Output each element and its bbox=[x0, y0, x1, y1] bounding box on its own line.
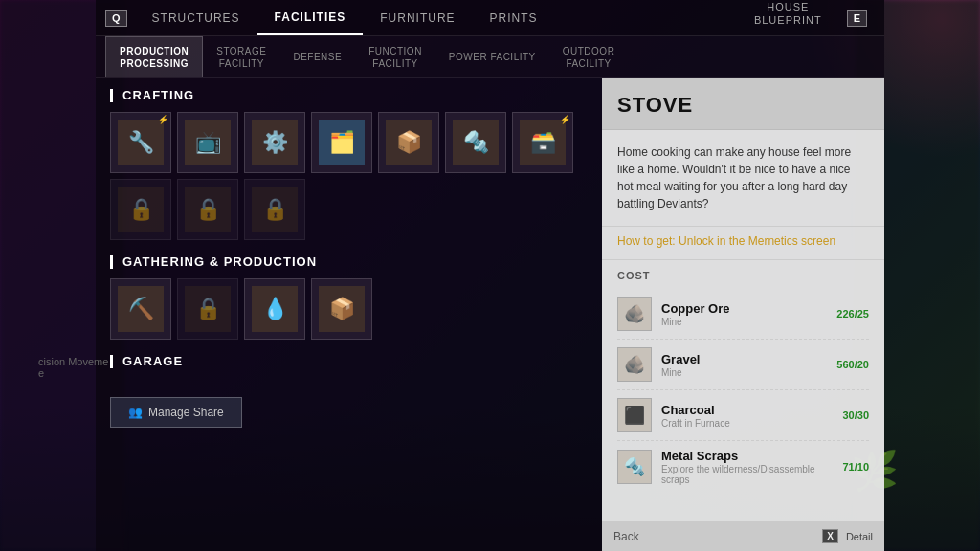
cost-name-3: Metal Scraps bbox=[661, 449, 833, 463]
manage-share-button[interactable]: 👥 Manage Share bbox=[110, 397, 242, 428]
garage-section-header: GARAGE bbox=[110, 354, 588, 368]
gathering-item-2[interactable]: 💧 bbox=[244, 278, 305, 340]
gathering-icon-2: 💧 bbox=[252, 286, 298, 332]
crafting-item-0[interactable]: 🔧 ⚡ bbox=[110, 112, 171, 173]
lightning-badge-0: ⚡ bbox=[158, 115, 168, 124]
cost-name-0: Copper Ore bbox=[661, 301, 827, 316]
how-to-get: How to get: Unlock in the Mernetics scre… bbox=[602, 227, 884, 260]
item-icon-9: 🔒 bbox=[252, 187, 298, 232]
cost-source-2: Craft in Furnace bbox=[661, 418, 833, 429]
e-key-button[interactable]: E bbox=[847, 10, 867, 27]
item-icon-0: 🔧 bbox=[118, 120, 164, 165]
item-icon-1: 📺 bbox=[185, 120, 231, 165]
cost-source-0: Mine bbox=[661, 317, 827, 327]
detail-key-box: X bbox=[822, 529, 838, 543]
item-icon-8: 🔒 bbox=[185, 187, 231, 232]
right-detail-panel: STOVE Home cooking can make any house fe… bbox=[602, 78, 884, 551]
crafting-item-3[interactable]: 🗂️ bbox=[311, 112, 372, 173]
item-icon-5: 🔩 bbox=[453, 120, 499, 165]
nav-house-blueprint[interactable]: HOUSE BLUEPRINT bbox=[737, 0, 839, 35]
cost-name-2: Charcoal bbox=[661, 403, 833, 417]
back-label: Back bbox=[613, 530, 639, 543]
cost-info-2: Charcoal Craft in Furnace bbox=[661, 403, 833, 429]
cost-section: COST 🪨 Copper Ore Mine 226/25 🪨 Gravel M… bbox=[602, 260, 884, 502]
gathering-section-header: GATHERING & PRODUCTION bbox=[110, 254, 588, 269]
cost-amount-0: 226/25 bbox=[836, 308, 869, 320]
cost-amount-1: 560/20 bbox=[836, 359, 869, 370]
item-icon-2: ⚙️ bbox=[252, 120, 298, 165]
left-panel: CRAFTING 🔧 ⚡ 📺 ⚙️ 🗂️ 📦 bbox=[96, 78, 602, 551]
sub-nav-power-facility[interactable]: POWER FACILITY bbox=[435, 36, 549, 77]
cost-label: COST bbox=[617, 270, 869, 281]
cost-icon-3: 🔩 bbox=[617, 450, 652, 484]
cost-info-0: Copper Ore Mine bbox=[661, 301, 827, 327]
cost-item-1: 🪨 Gravel Mine 560/20 bbox=[617, 340, 869, 390]
sub-navigation: PRODUCTIONPROCESSING STORAGEFACILITY DEF… bbox=[96, 36, 884, 78]
detail-description: Home cooking can make any house feel mor… bbox=[602, 130, 884, 227]
crafting-item-6[interactable]: 🗃️ ⚡ bbox=[512, 112, 573, 173]
cost-info-3: Metal Scraps Explore the wilderness/Disa… bbox=[661, 449, 833, 485]
lightning-badge-6: ⚡ bbox=[560, 115, 570, 124]
nav-prints[interactable]: PRINTS bbox=[473, 0, 555, 35]
crafting-item-4[interactable]: 📦 bbox=[378, 112, 439, 173]
cost-info-1: Gravel Mine bbox=[661, 352, 827, 378]
item-icon-6: 🗃️ bbox=[520, 120, 566, 165]
gathering-item-0[interactable]: ⛏️ bbox=[110, 278, 171, 340]
gathering-item-3[interactable]: 📦 bbox=[311, 278, 372, 340]
crafting-item-8[interactable]: 🔒 bbox=[177, 179, 238, 240]
cost-source-3: Explore the wilderness/Disassemble scrap… bbox=[661, 464, 833, 485]
gathering-icon-3: 📦 bbox=[319, 286, 365, 332]
cost-source-1: Mine bbox=[661, 367, 827, 378]
item-icon-3: 🗂️ bbox=[319, 120, 365, 165]
sub-nav-storage-facility[interactable]: STORAGEFACILITY bbox=[203, 36, 279, 77]
cost-name-1: Gravel bbox=[661, 352, 827, 366]
manage-share-icon: 👥 bbox=[128, 406, 143, 419]
nav-facilities[interactable]: FACILITIES bbox=[257, 0, 364, 35]
nav-structures[interactable]: STRUCTURES bbox=[135, 0, 257, 35]
content-area: CRAFTING 🔧 ⚡ 📺 ⚙️ 🗂️ 📦 bbox=[96, 78, 884, 551]
crafting-section-header: CRAFTING bbox=[110, 88, 588, 102]
how-to-get-value: Unlock in the Mernetics screen bbox=[679, 234, 835, 248]
q-key-button[interactable]: Q bbox=[105, 10, 127, 27]
detail-label: Detail bbox=[846, 531, 873, 542]
top-navigation: Q STRUCTURES FACILITIES FURNITURE PRINTS… bbox=[96, 0, 884, 36]
main-ui: Q STRUCTURES FACILITIES FURNITURE PRINTS… bbox=[96, 0, 884, 551]
cost-amount-2: 30/30 bbox=[842, 409, 869, 421]
sub-nav-production-processing[interactable]: PRODUCTIONPROCESSING bbox=[105, 36, 203, 77]
detail-title: STOVE bbox=[602, 78, 884, 130]
nav-furniture[interactable]: FURNITURE bbox=[363, 0, 472, 35]
cost-item-0: 🪨 Copper Ore Mine 226/25 bbox=[617, 289, 869, 340]
item-icon-4: 📦 bbox=[386, 120, 432, 165]
gathering-items-grid: ⛏️ 🔒 💧 📦 bbox=[110, 278, 588, 340]
cost-item-3: 🔩 Metal Scraps Explore the wilderness/Di… bbox=[617, 441, 869, 493]
crafting-item-9[interactable]: 🔒 bbox=[244, 179, 305, 240]
sub-nav-defense[interactable]: DEFENSE bbox=[279, 36, 355, 77]
cost-icon-2: ⬛ bbox=[617, 398, 652, 432]
item-icon-7: 🔒 bbox=[118, 187, 164, 232]
crafting-item-7[interactable]: 🔒 bbox=[110, 179, 171, 240]
crafting-item-5[interactable]: 🔩 bbox=[445, 112, 506, 173]
cost-icon-1: 🪨 bbox=[617, 347, 652, 382]
crafting-item-2[interactable]: ⚙️ bbox=[244, 112, 305, 173]
crafting-item-1[interactable]: 📺 bbox=[177, 112, 238, 173]
sub-nav-function-facility[interactable]: FUNCTIONFACILITY bbox=[355, 36, 435, 77]
how-to-get-label: How to get: bbox=[617, 234, 676, 248]
sub-nav-outdoor-facility[interactable]: OUTDOORFACILITY bbox=[549, 36, 629, 77]
bottom-bar: 👥 Manage Share bbox=[110, 378, 588, 428]
side-text: cision Moveme e bbox=[96, 356, 108, 379]
gathering-item-1[interactable]: 🔒 bbox=[177, 278, 238, 340]
detail-bottom-bar: Back X Detail bbox=[602, 521, 884, 551]
cost-amount-3: 71/10 bbox=[842, 461, 869, 473]
gathering-icon-0: ⛏️ bbox=[118, 286, 164, 332]
crafting-items-grid: 🔧 ⚡ 📺 ⚙️ 🗂️ 📦 🔩 � bbox=[110, 112, 588, 240]
cost-items-list: 🪨 Copper Ore Mine 226/25 🪨 Gravel Mine 5… bbox=[617, 289, 869, 493]
gathering-icon-1: 🔒 bbox=[185, 286, 231, 332]
cost-item-2: ⬛ Charcoal Craft in Furnace 30/30 bbox=[617, 390, 869, 441]
cost-icon-0: 🪨 bbox=[617, 297, 652, 331]
